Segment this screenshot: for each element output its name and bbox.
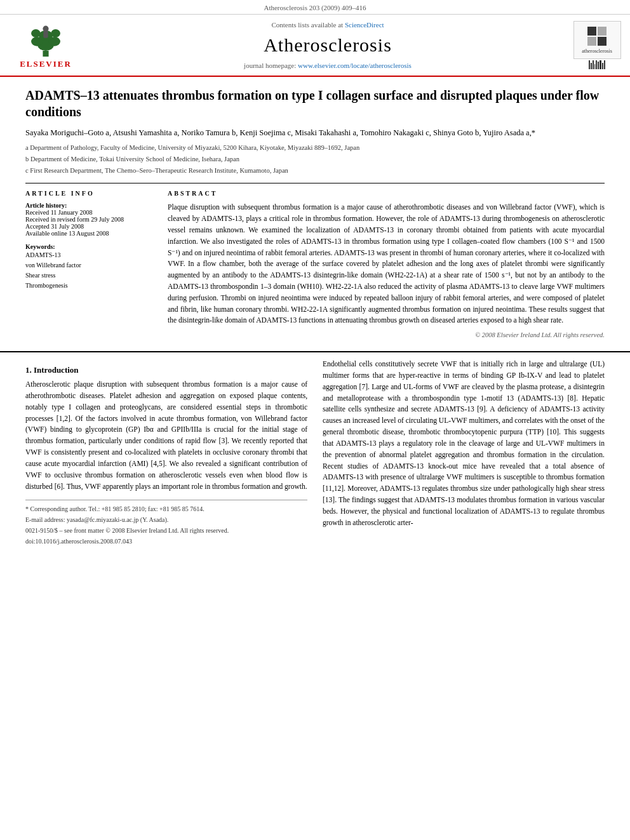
copyright-line: © 2008 Elsevier Ireland Ltd. All rights …: [168, 331, 605, 338]
bc-5: [596, 60, 597, 69]
article-content: ADAMTS–13 attenuates thrombus formation …: [0, 77, 630, 351]
journal-logo-icon: [587, 27, 607, 46]
footnote-area: * Corresponding author. Tel.: +81 985 85…: [25, 500, 307, 546]
logo-cell-3: [587, 37, 596, 46]
footnote-doi: doi:10.1016/j.atherosclerosis.2008.07.04…: [25, 537, 307, 546]
barcode-lines: [589, 59, 605, 69]
journal-homepage: journal homepage: www.elsevier.com/locat…: [244, 62, 412, 69]
authors: Sayaka Moriguchi–Goto a, Atsushi Yamashi…: [25, 126, 605, 139]
sciencedirect-link[interactable]: ScienceDirect: [345, 21, 384, 29]
bc-2: [591, 63, 592, 69]
elsevier-tree-icon: [23, 23, 68, 58]
bc-8: [602, 63, 603, 69]
contents-text: Contents lists available at: [271, 21, 343, 29]
journal-title: Atherosclerosis: [264, 34, 392, 56]
footnote-corresponding: * Corresponding author. Tel.: +81 985 85…: [25, 504, 307, 514]
logo-cell-4: [598, 37, 607, 46]
bc-9: [604, 60, 605, 69]
elsevier-logo: ELSEVIER: [20, 23, 72, 69]
abstract-col: ABSTRACT Plaque disruption with subseque…: [168, 190, 605, 338]
bc-1: [589, 60, 590, 69]
header-right: atherosclerosis: [572, 21, 622, 69]
intro-section-title: 1. Introduction: [25, 365, 307, 375]
body-col-left: 1. Introduction Atherosclerotic plaque d…: [25, 359, 307, 547]
footnote-issn: 0021-9150/$ – see front matter © 2008 El…: [25, 526, 307, 535]
header-center: Contents lists available at ScienceDirec…: [90, 21, 565, 69]
homepage-text: journal homepage:: [244, 62, 296, 69]
article-history: Article history: Received 11 January 200…: [25, 202, 152, 237]
keywords-section: Keywords: ADAMTS-13 von Willebrand facto…: [25, 243, 152, 291]
article-info-heading: ARTICLE INFO: [25, 190, 152, 197]
logo-cell-2: [598, 27, 607, 36]
abstract-heading: ABSTRACT: [168, 190, 605, 197]
svg-point-7: [43, 26, 48, 32]
header-left: ELSEVIER: [8, 21, 84, 69]
journal-citation: Atherosclerosis 203 (2009) 409–416: [264, 4, 366, 11]
available-date: Available online 13 August 2008: [25, 230, 152, 237]
article-info-col: ARTICLE INFO Article history: Received 1…: [25, 190, 152, 338]
svg-point-6: [51, 29, 60, 37]
barcode-area: [589, 59, 605, 69]
intro-paragraph-2: Endothelial cells constitutively secrete…: [323, 359, 605, 528]
info-abstract-cols: ARTICLE INFO Article history: Received 1…: [25, 183, 605, 338]
authors-text: Sayaka Moriguchi–Goto a, Atsushi Yamashi…: [25, 128, 535, 137]
bc-3: [593, 60, 594, 69]
logo-label: atherosclerosis: [582, 48, 612, 54]
footnote-email: E-mail address: yasada@fc.miyazaki-u.ac.…: [25, 515, 307, 524]
logo-cell-1: [587, 27, 596, 36]
intro-number: 1.: [25, 365, 32, 375]
bc-6: [598, 62, 599, 69]
journal-logo-box: atherosclerosis: [573, 21, 621, 59]
elsevier-label: ELSEVIER: [20, 59, 72, 69]
keywords-label: Keywords:: [25, 243, 152, 250]
svg-rect-0: [43, 51, 48, 57]
bc-7: [600, 60, 601, 69]
svg-point-5: [31, 29, 41, 37]
accepted-date: Accepted 31 July 2008: [25, 223, 152, 230]
contents-line: Contents lists available at ScienceDirec…: [271, 21, 384, 29]
keyword-4: Thrombogenesis: [25, 281, 152, 291]
bc-4: [594, 64, 595, 69]
intro-title: Introduction: [34, 365, 79, 375]
article-body: 1. Introduction Atherosclerotic plaque d…: [0, 351, 630, 560]
intro-paragraph-1: Atherosclerotic plaque disruption with s…: [25, 379, 307, 492]
body-two-col: 1. Introduction Atherosclerotic plaque d…: [25, 359, 605, 547]
keyword-1: ADAMTS-13: [25, 250, 152, 260]
abstract-text: Plaque disruption with subsequent thromb…: [168, 202, 605, 326]
history-label: Article history:: [25, 202, 152, 209]
affiliations: a Department of Pathology, Faculty of Me…: [25, 143, 605, 175]
header-area: ELSEVIER Contents lists available at Sci…: [0, 15, 630, 77]
svg-rect-8: [43, 31, 48, 38]
affiliation-a: a Department of Pathology, Faculty of Me…: [25, 143, 605, 153]
homepage-link[interactable]: www.elsevier.com/locate/atherosclerosis: [298, 62, 412, 69]
keyword-3: Shear stress: [25, 270, 152, 281]
affiliation-b: b Department of Medicine, Tokai Universi…: [25, 154, 605, 164]
article-title: ADAMTS–13 attenuates thrombus formation …: [25, 87, 605, 120]
affiliation-c: c First Research Department, The Chemo–S…: [25, 166, 605, 176]
page-wrapper: Atherosclerosis 203 (2009) 409–416: [0, 0, 630, 560]
top-bar: Atherosclerosis 203 (2009) 409–416: [0, 0, 630, 15]
body-col-right: Endothelial cells constitutively secrete…: [323, 359, 605, 547]
revised-date: Received in revised form 29 July 2008: [25, 216, 152, 223]
keyword-2: von Willebrand factor: [25, 260, 152, 270]
received-date: Received 11 January 2008: [25, 209, 152, 216]
